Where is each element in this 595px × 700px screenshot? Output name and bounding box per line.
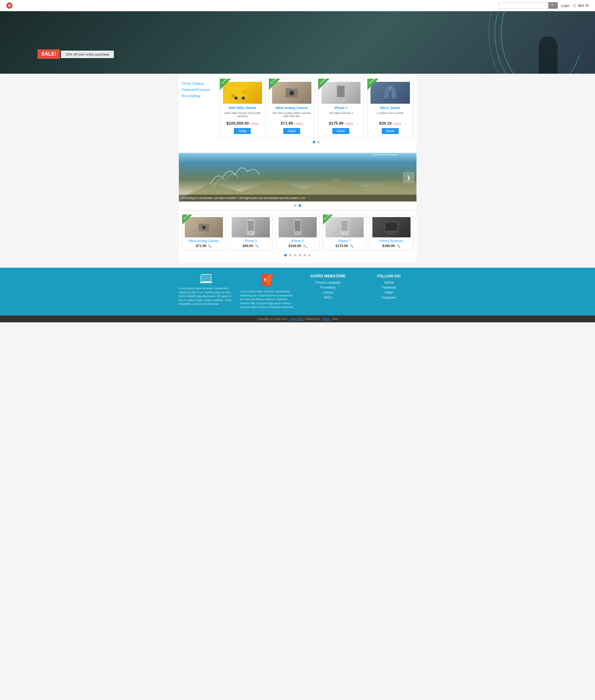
- login-link[interactable]: Login: [561, 4, 569, 7]
- header: 🔍 Login 🛒 $64.79: [0, 0, 595, 11]
- footer-bottom: Copyright (c) 2014-2017 Scipio ERP Power…: [0, 315, 595, 322]
- svg-rect-5: [242, 90, 247, 94]
- bs-dot-4[interactable]: [299, 254, 301, 256]
- detail-button-4[interactable]: Detail: [382, 128, 399, 134]
- footer: Lorem ipsum dolor sit amet, consectetur …: [0, 268, 595, 315]
- header-right: 🔍 Login 🛒 $64.79: [499, 2, 589, 9]
- svg-point-6: [234, 96, 237, 100]
- bs-dot-1[interactable]: [284, 254, 287, 256]
- cart-icon: 🛒: [572, 3, 577, 7]
- bs-name-iphone-biz: iPhone Business: [372, 239, 410, 243]
- copyright-text: Copyright (c) 2014-2017: [257, 317, 287, 321]
- svg-point-27: [297, 233, 298, 234]
- footer-link-faqs[interactable]: FAQ's: [301, 296, 356, 299]
- svg-rect-38: [203, 281, 208, 283]
- svg-rect-32: [385, 223, 397, 231]
- bs-search-icon-iphone5[interactable]: 🔍: [255, 244, 259, 248]
- svg-point-15: [340, 98, 342, 100]
- mid-banner: According to coordinates, we have travel…: [179, 153, 417, 202]
- sidebar-item-featured-products[interactable]: Featured Products: [182, 88, 220, 92]
- bs-search-icon-iphone7[interactable]: 🔍: [349, 244, 353, 248]
- footer-col-webstore: SCIPIO WEBSTORE Choose Language Promotio…: [301, 274, 356, 309]
- detail-button-3[interactable]: Detail: [332, 128, 349, 134]
- svg-rect-23: [248, 221, 254, 231]
- detail-button-2[interactable]: Detail: [283, 128, 300, 134]
- view-text: View: [332, 317, 338, 321]
- svg-rect-36: [202, 275, 210, 280]
- sidebar-item-best-selling[interactable]: Best Selling: [182, 94, 220, 98]
- footer-html5-text: Lorem ipsum dolor sit amet, consectetur …: [240, 290, 294, 309]
- mid-dot-1[interactable]: [294, 204, 296, 207]
- svg-rect-29: [341, 221, 348, 231]
- bs-image-iphone6: [279, 217, 317, 237]
- svg-rect-33: [389, 233, 394, 234]
- footer-laptop-text: Lorem ipsum dolor sit amet, consectetur …: [179, 286, 233, 306]
- hero-subtitle: 10% off your entire purchase: [61, 51, 113, 58]
- svg-text:5: 5: [264, 277, 266, 282]
- product-title-2: Nikon Analog Camera: [272, 106, 311, 110]
- footer-link-facebook[interactable]: Facebook: [362, 286, 417, 289]
- bs-search-icon-nikon[interactable]: 🔍: [208, 244, 212, 248]
- search-input[interactable]: [499, 2, 548, 9]
- cart-button[interactable]: 🛒 $64.79: [572, 3, 589, 7]
- mid-banner-progress: [373, 154, 398, 155]
- bs-dot-6[interactable]: [308, 254, 311, 256]
- bs-card-iphone-biz: iPhone Business $399.99 🔍: [370, 214, 413, 250]
- footer-link-promotions[interactable]: Promotions: [301, 286, 356, 289]
- bs-name-iphone5: iPhone 5: [232, 239, 270, 243]
- dot-2[interactable]: [317, 141, 320, 143]
- bs-card-nikon: On Sale Nikon Analog Camera $71.99 🔍: [182, 214, 226, 250]
- search-button[interactable]: 🔍: [548, 2, 558, 9]
- product-price-1: $220,000.00 (-20%): [223, 121, 262, 126]
- dot-1[interactable]: [313, 141, 315, 143]
- product-desc-1: A40f Utility Drump Truck (with variants): [223, 112, 262, 119]
- bs-search-icon-iphone6[interactable]: 🔍: [303, 244, 306, 248]
- bs-image-iphone5: [232, 217, 270, 237]
- product-price-3: $175.99 (-20%): [321, 121, 361, 126]
- svg-rect-34: [388, 234, 395, 235]
- product-card-jacket: On Sale Men's Jacket A stylish men's jac…: [367, 79, 413, 138]
- product-title-1: A40f Utility Vehicle: [223, 106, 262, 110]
- svg-point-11: [290, 91, 293, 95]
- mid-banner-wrapper: According to coordinates, we have travel…: [179, 153, 417, 210]
- bs-name-nikon: Nikon Analog Camera: [185, 239, 223, 243]
- bs-price-iphone6: $159.99 🔍: [279, 244, 317, 248]
- bs-image-iphone-biz: [372, 217, 410, 237]
- detail-button-1[interactable]: Detail: [234, 128, 251, 134]
- ofbiz-link[interactable]: OFBIZ: [322, 317, 330, 321]
- scipio-erp-link[interactable]: Scipio ERP: [289, 317, 304, 321]
- product-price-4: $39.19 (-20%): [370, 121, 410, 126]
- product-title-3: iPhone 7: [321, 106, 361, 110]
- bs-search-icon-iphone-biz[interactable]: 🔍: [396, 244, 400, 248]
- sale-badge: SALE!: [37, 49, 60, 59]
- cart-total: $64.79: [578, 4, 589, 7]
- bs-dot-2[interactable]: [289, 254, 291, 256]
- sidebar-item-demo-catalog[interactable]: Demo Catalog: [182, 82, 220, 85]
- sidebar: Demo Catalog Featured Products Best Sell…: [182, 79, 220, 147]
- product-card-truck: On Sale A40f Utility Vehicle A40f Utilit…: [220, 79, 266, 138]
- svg-rect-8: [231, 94, 234, 97]
- footer-link-github[interactable]: GitHub: [362, 281, 417, 284]
- hero-banner: SALE! 10% off your entire purchase: [0, 11, 595, 74]
- bs-dot-5[interactable]: [304, 254, 306, 256]
- bs-price-nikon: $71.99 🔍: [185, 244, 223, 248]
- footer-link-language[interactable]: Choose Language: [301, 281, 356, 284]
- footer-link-instagram[interactable]: Instagram: [362, 296, 417, 299]
- footer-link-license[interactable]: License: [301, 291, 356, 294]
- svg-rect-26: [295, 221, 301, 231]
- hero-content: SALE! 10% off your entire purchase: [0, 43, 151, 67]
- mid-dot-2[interactable]: [299, 204, 301, 207]
- svg-point-7: [242, 96, 245, 100]
- footer-link-twitter[interactable]: Twitter: [362, 291, 417, 294]
- bs-dot-3[interactable]: [294, 254, 296, 256]
- search-box: 🔍: [499, 2, 558, 9]
- svg-point-24: [250, 233, 251, 234]
- svg-point-20: [202, 226, 205, 229]
- logo[interactable]: [6, 2, 12, 9]
- svg-rect-12: [286, 88, 291, 90]
- bs-card-iphone6: iPhone 6 $159.99 🔍: [276, 214, 319, 250]
- footer-col-html5: 5 Lorem ipsum dolor sit amet, consectetu…: [240, 274, 294, 309]
- bs-card-iphone5: iPhone 5 $99.00 🔍: [229, 214, 273, 250]
- footer-webstore-heading: SCIPIO WEBSTORE: [301, 274, 356, 278]
- mid-banner-next-arrow[interactable]: ❯: [403, 172, 414, 182]
